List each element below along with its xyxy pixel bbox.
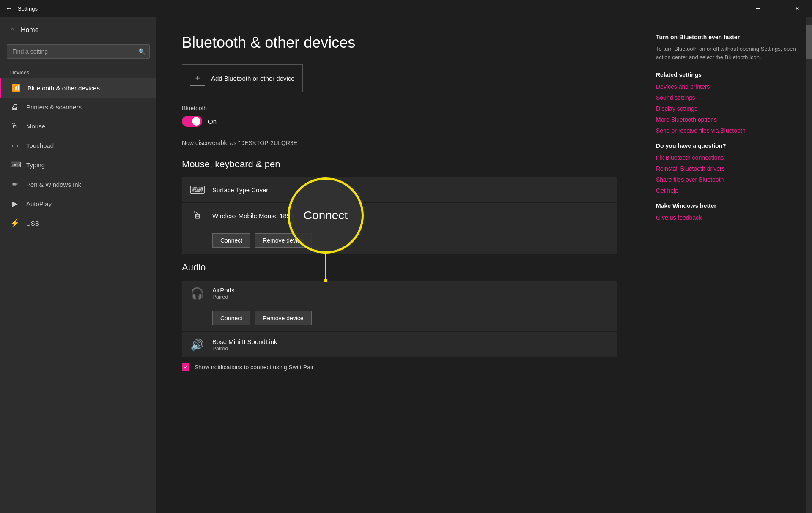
toggle-thumb	[192, 117, 200, 126]
link-display[interactable]: Display settings	[656, 105, 799, 112]
typing-icon: ⌨	[10, 160, 19, 169]
make-better-title: Make Windows better	[656, 202, 799, 209]
airpods-status: Paired	[212, 294, 235, 300]
scrollbar[interactable]	[806, 17, 812, 513]
sidebar-item-pen[interactable]: ✏ Pen & Windows Ink	[0, 175, 156, 194]
speaker-icon: 🔊	[189, 338, 205, 352]
search-input[interactable]	[7, 44, 150, 59]
question-title: Do you have a question?	[656, 142, 799, 149]
minimize-button[interactable]: ─	[749, 2, 768, 15]
turn-on-title: Turn on Bluetooth even faster	[656, 34, 799, 41]
scrollbar-thumb[interactable]	[806, 25, 812, 59]
mouse-keyboard-section-title: Mouse, keyboard & pen	[182, 159, 617, 170]
link-devices-printers[interactable]: Devices and printers	[656, 83, 799, 90]
bose-status: Paired	[212, 345, 277, 352]
sidebar-item-label: USB	[26, 220, 39, 227]
device-item-row[interactable]: 🖱 Wireless Mobile Mouse 1850	[189, 209, 610, 222]
window-controls: ─ ▭ ✕	[749, 2, 807, 15]
printer-icon: 🖨	[10, 103, 19, 112]
sidebar-item-typing[interactable]: ⌨ Typing	[0, 155, 156, 175]
link-help[interactable]: Get help	[656, 187, 799, 194]
device-info: Wireless Mobile Mouse 1850	[212, 212, 294, 219]
right-panel: Turn on Bluetooth even faster To turn Bl…	[643, 17, 812, 513]
link-more-bluetooth[interactable]: More Bluetooth options	[656, 116, 799, 123]
sidebar-section-label: Devices	[0, 65, 156, 78]
link-send-receive[interactable]: Send or receive files via Bluetooth	[656, 127, 799, 134]
sidebar-item-label: Printers & scanners	[26, 104, 82, 111]
sidebar-item-label: Pen & Windows Ink	[26, 181, 81, 188]
mouse-icon: 🖱	[10, 122, 19, 131]
mouse-device-icon: 🖱	[189, 209, 205, 222]
link-sound[interactable]: Sound settings	[656, 94, 799, 101]
audio-section-title: Audio	[182, 262, 617, 273]
sidebar-item-bluetooth[interactable]: 📶 Bluetooth & other devices	[0, 78, 156, 98]
bose-name: Bose Mini II SoundLink	[212, 338, 277, 345]
sidebar-item-touchpad[interactable]: ▭ Touchpad	[0, 136, 156, 155]
add-device-button[interactable]: + Add Bluetooth or other device	[182, 64, 303, 92]
back-button[interactable]: ←	[5, 4, 13, 13]
usb-icon: ⚡	[10, 218, 19, 228]
swift-pair-row: Show notifications to connect using Swif…	[182, 363, 617, 371]
sidebar-home-label: Home	[21, 26, 39, 34]
add-device-label: Add Bluetooth or other device	[211, 75, 295, 82]
sidebar-item-autoplay[interactable]: ▶ AutoPlay	[0, 194, 156, 213]
device-name: Surface Type Cover	[212, 186, 268, 194]
sidebar-item-label: AutoPlay	[26, 200, 52, 207]
content-area: Bluetooth & other devices + Add Bluetoot…	[156, 17, 643, 513]
device-item[interactable]: ⌨ Surface Type Cover	[182, 177, 617, 202]
remove-device-button[interactable]: Remove device	[255, 233, 312, 248]
device-item-expanded: 🖱 Wireless Mobile Mouse 1850 Connect Rem…	[182, 203, 617, 254]
discoverable-text: Now discoverable as "DESKTOP-2ULQR3E"	[182, 139, 617, 146]
keyboard-icon: ⌨	[189, 183, 205, 196]
sidebar-item-label: Mouse	[26, 123, 45, 130]
airpods-row[interactable]: 🎧 AirPods Paired	[189, 287, 610, 300]
bluetooth-on-label: On	[208, 118, 217, 125]
sidebar: ⌂ Home 🔍 Devices 📶 Bluetooth & other dev…	[0, 17, 156, 513]
sidebar-item-printers[interactable]: 🖨 Printers & scanners	[0, 98, 156, 117]
bluetooth-icon: 📶	[11, 83, 21, 93]
link-reinstall[interactable]: Reinstall Bluetooth drivers	[656, 165, 799, 172]
airpods-remove-button[interactable]: Remove device	[255, 311, 312, 325]
link-fix[interactable]: Fix Bluetooth connections	[656, 154, 799, 161]
add-plus-icon: +	[190, 71, 205, 86]
sidebar-item-label: Touchpad	[26, 142, 54, 149]
device-actions: Connect Remove device	[189, 230, 312, 248]
sidebar-item-label: Bluetooth & other devices	[27, 85, 100, 92]
pen-icon: ✏	[10, 180, 19, 189]
bose-info: Bose Mini II SoundLink Paired	[212, 338, 277, 352]
device-name: Wireless Mobile Mouse 1850	[212, 212, 294, 219]
maximize-button[interactable]: ▭	[768, 2, 787, 15]
bluetooth-row: On	[182, 116, 617, 127]
title-bar: ← Settings ─ ▭ ✕	[0, 0, 812, 17]
related-settings-title: Related settings	[656, 71, 799, 78]
swift-pair-checkbox[interactable]	[182, 363, 189, 371]
title-bar-title: Settings	[18, 5, 749, 12]
search-icon: 🔍	[138, 48, 145, 55]
turn-on-desc: To turn Bluetooth on or off without open…	[656, 45, 799, 61]
main-layout: ⌂ Home 🔍 Devices 📶 Bluetooth & other dev…	[0, 17, 812, 513]
airpods-info: AirPods Paired	[212, 287, 235, 300]
airpods-item: 🎧 AirPods Paired Connect Remove device	[182, 281, 617, 331]
airpods-actions: Connect Remove device	[189, 308, 312, 325]
home-icon: ⌂	[10, 25, 15, 34]
sidebar-item-mouse[interactable]: 🖱 Mouse	[0, 117, 156, 136]
sidebar-home[interactable]: ⌂ Home	[0, 17, 156, 43]
bluetooth-section-label: Bluetooth	[182, 105, 617, 112]
device-info: Surface Type Cover	[212, 186, 268, 194]
airpods-connect-button[interactable]: Connect	[212, 311, 250, 325]
sidebar-item-usb[interactable]: ⚡ USB	[0, 213, 156, 233]
bluetooth-section: Bluetooth On	[182, 105, 617, 127]
page-title: Bluetooth & other devices	[182, 34, 617, 52]
sidebar-item-label: Typing	[26, 161, 45, 169]
touchpad-icon: ▭	[10, 141, 19, 150]
headphones-icon: 🎧	[189, 287, 205, 300]
link-share[interactable]: Share files over Bluetooth	[656, 176, 799, 183]
link-feedback[interactable]: Give us feedback	[656, 214, 799, 221]
swift-pair-label: Show notifications to connect using Swif…	[195, 364, 314, 371]
bluetooth-toggle[interactable]	[182, 116, 202, 127]
close-button[interactable]: ✕	[787, 2, 807, 15]
sidebar-search-container: 🔍	[7, 44, 150, 59]
connect-button[interactable]: Connect	[212, 233, 250, 248]
bose-item[interactable]: 🔊 Bose Mini II SoundLink Paired	[182, 332, 617, 357]
airpods-name: AirPods	[212, 287, 235, 294]
